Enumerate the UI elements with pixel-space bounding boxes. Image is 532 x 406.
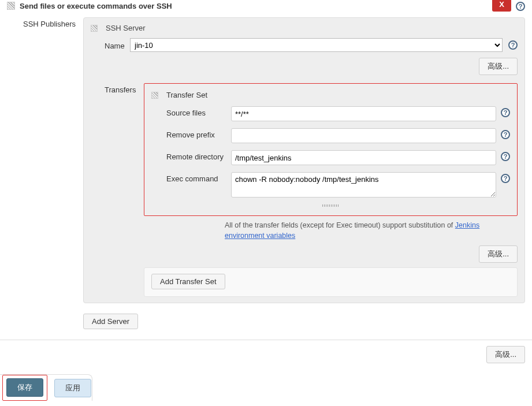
source-files-label: Source files [151,106,231,117]
source-files-input[interactable] [231,106,496,121]
transfers-label: Transfers [91,83,144,297]
add-transfer-set-button[interactable]: Add Transfer Set [151,274,225,289]
apply-button[interactable]: 应用 [54,379,91,397]
advanced-button[interactable]: 高级... [486,346,525,363]
close-button[interactable]: X [492,0,511,12]
advanced-button[interactable]: 高级... [479,58,518,75]
remote-directory-label: Remote directory [151,150,231,161]
ssh-publishers-panel: SSH Server Name jin-10 ? 高级... Transfers [83,17,525,303]
remove-prefix-label: Remove prefix [151,128,231,139]
drag-handle-icon[interactable] [7,2,15,10]
help-icon[interactable]: ? [501,174,510,183]
ssh-server-label: SSH Server [106,24,146,32]
help-icon[interactable]: ? [501,152,510,161]
server-name-select[interactable]: jin-10 [130,38,503,52]
remote-directory-input[interactable] [231,150,496,165]
save-highlight: 保存 [2,375,47,401]
add-server-button[interactable]: Add Server [83,314,138,329]
save-button[interactable]: 保存 [6,378,43,397]
help-icon[interactable]: ? [516,2,525,11]
help-icon[interactable]: ? [508,40,518,50]
transfer-set-highlight: Transfer Set Source files ? Remove prefi… [144,83,518,216]
advanced-button[interactable]: 高级... [479,245,518,263]
exec-command-label: Exec command [151,172,231,183]
ssh-publishers-label: SSH Publishers [7,17,83,303]
section-title: Send files or execute commands over SSH [20,2,492,10]
remove-prefix-input[interactable] [231,128,496,143]
help-icon[interactable]: ? [501,108,510,117]
drag-handle-icon[interactable] [91,25,98,32]
drag-handle-icon[interactable] [151,92,158,99]
substitution-note: All of the transfer fields (except for E… [225,221,518,241]
transfer-set-label: Transfer Set [166,91,207,99]
name-label: Name [91,40,130,50]
exec-command-textarea[interactable]: chown -R nobody:nobody /tmp/test_jenkins [231,172,496,198]
resize-grip-icon[interactable] [151,200,510,208]
help-icon[interactable]: ? [501,130,510,139]
